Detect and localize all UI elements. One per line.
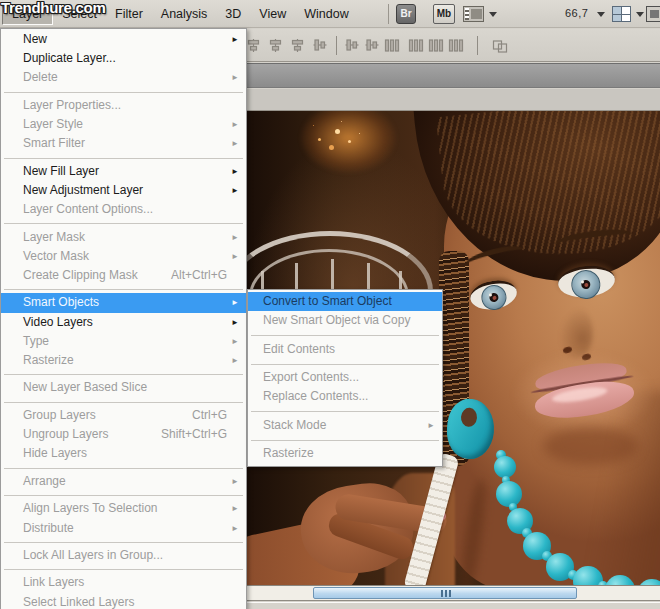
menu-item-convert-to-smart-object[interactable]: Convert to Smart Object [248, 292, 442, 311]
menu-item-group-layers: Group LayersCtrl+G [1, 406, 246, 425]
submenu-arrow-icon: ► [231, 351, 239, 370]
scrollbar-grip-icon [441, 590, 443, 597]
menu-item-type: Type► [1, 332, 246, 351]
menu-item-label: Select Linked Layers [23, 593, 134, 609]
distribute-top-edges-icon [384, 38, 400, 53]
menu-item-video-layers[interactable]: Video Layers► [1, 313, 246, 332]
distribute-vertical-centers-icon [408, 38, 424, 53]
menu-item-new-layer-based-slice: New Layer Based Slice [1, 378, 246, 397]
menu-item-replace-contents: Replace Contents... [248, 387, 442, 406]
bed-frame-bar [331, 259, 334, 291]
options-separator [336, 36, 337, 55]
chin-shadow [543, 427, 638, 465]
menu-item-duplicate-layer[interactable]: Duplicate Layer... [1, 49, 246, 68]
menu-item-label: Arrange [23, 472, 66, 491]
menu-item-label: Rasterize [263, 444, 314, 463]
zoom-dropdown-arrow-icon[interactable] [597, 12, 605, 17]
submenu-arrow-icon: ► [231, 472, 239, 491]
menu-separator [1, 464, 246, 472]
submenu-arrow-icon: ► [231, 162, 239, 181]
align-vertical-centers-icon [344, 38, 360, 53]
align-horizontal-centers-icon [268, 38, 284, 53]
menu-separator [248, 435, 442, 444]
menu-separator [1, 538, 246, 546]
menu-separator [1, 88, 246, 96]
distribute-left-edges-icon [448, 38, 464, 53]
submenu-arrow-icon: ► [231, 313, 239, 332]
menu-item-label: Type [23, 332, 49, 351]
menu-separator [1, 491, 246, 499]
arrange-documents-dropdown-arrow-icon[interactable] [636, 12, 644, 17]
menu-item-smart-objects[interactable]: Smart Objects► [1, 293, 246, 312]
menu-item-layer-content-options: Layer Content Options... [1, 200, 246, 219]
menu-item-vector-mask: Vector Mask► [1, 247, 246, 266]
menu-item-distribute: Distribute► [1, 519, 246, 538]
menu-separator [1, 398, 246, 406]
menu-item-rasterize: Rasterize► [1, 351, 246, 370]
menu-item-label: Convert to Smart Object [263, 292, 392, 311]
menubar-item-3d[interactable]: 3D [216, 4, 250, 25]
menu-item-label: Layer Content Options... [23, 200, 153, 219]
menu-item-smart-filter: Smart Filter► [1, 134, 246, 153]
menu-item-export-contents: Export Contents... [248, 368, 442, 387]
menu-item-layer-properties: Layer Properties... [1, 96, 246, 115]
menu-item-hide-layers: Hide Layers [1, 444, 246, 463]
menu-item-label: Create Clipping Mask [23, 266, 138, 285]
submenu-arrow-icon: ► [231, 519, 239, 538]
menu-item-layer-style: Layer Style► [1, 115, 246, 134]
menu-item-label: Group Layers [23, 406, 96, 425]
menu-item-new-adjustment-layer[interactable]: New Adjustment Layer► [1, 181, 246, 200]
menu-item-delete: Delete► [1, 68, 246, 87]
arrange-documents-icon[interactable] [612, 6, 631, 22]
menu-separator [248, 407, 442, 416]
zoom-level-value[interactable]: 66,7 [565, 7, 588, 19]
menu-item-rasterize: Rasterize [248, 444, 442, 463]
view-extras-icon[interactable] [463, 6, 484, 22]
menu-item-label: Delete [23, 68, 58, 87]
menu-item-label: Lock All Layers in Group... [23, 546, 163, 565]
menu-item-select-linked-layers: Select Linked Layers [1, 593, 246, 609]
menu-item-new[interactable]: New► [1, 30, 246, 49]
submenu-arrow-icon: ► [231, 68, 239, 87]
distribute-bottom-edges-icon [428, 38, 444, 53]
menu-item-label: New Layer Based Slice [23, 378, 147, 397]
menu-item-shortcut: Alt+Ctrl+G [171, 266, 227, 285]
menu-separator [1, 285, 246, 293]
screen-mode-icon[interactable] [646, 6, 660, 22]
menu-item-create-clipping-mask: Create Clipping MaskAlt+Ctrl+G [1, 266, 246, 285]
menubar-item-view[interactable]: View [250, 4, 295, 25]
menu-item-label: Stack Mode [263, 416, 326, 435]
menu-item-label: Distribute [23, 519, 74, 538]
menu-item-label: Duplicate Layer... [23, 49, 116, 68]
menubar-item-analysis[interactable]: Analysis [152, 4, 217, 25]
menubar-item-filter[interactable]: Filter [106, 4, 152, 25]
launch-mini-bridge-button[interactable]: Mb [433, 4, 455, 24]
menubar-item-window[interactable]: Window [295, 4, 357, 25]
menu-item-label: Edit Contents [263, 340, 335, 359]
menu-separator [248, 359, 442, 368]
menu-item-label: Ungroup Layers [23, 425, 108, 444]
menu-item-label: Layer Mask [23, 228, 85, 247]
submenu-arrow-icon: ► [231, 30, 239, 49]
necklace-bead [494, 456, 516, 478]
submenu-arrow-icon: ► [231, 499, 239, 518]
menu-item-stack-mode: Stack Mode► [248, 416, 442, 435]
menu-item-label: New Fill Layer [23, 162, 99, 181]
menu-item-label: Export Contents... [263, 368, 359, 387]
menu-item-layer-mask: Layer Mask► [1, 228, 246, 247]
submenu-arrow-icon: ► [231, 332, 239, 351]
view-extras-dropdown-arrow-icon[interactable] [489, 12, 497, 17]
menu-item-label: Smart Filter [23, 134, 85, 153]
menu-item-new-fill-layer[interactable]: New Fill Layer► [1, 162, 246, 181]
menu-item-label: Smart Objects [23, 293, 99, 312]
necklace-bead [496, 481, 522, 507]
submenu-arrow-icon: ► [231, 115, 239, 134]
submenu-arrow-icon: ► [231, 228, 239, 247]
menu-item-align-layers-to-selection: Align Layers To Selection► [1, 499, 246, 518]
menu-item-new-smart-object-via-copy: New Smart Object via Copy [248, 311, 442, 330]
align-right-edges-icon [290, 38, 306, 53]
launch-bridge-button[interactable]: Br [396, 4, 416, 24]
menu-item-label: Link Layers [23, 573, 84, 592]
menu-separator [248, 330, 442, 339]
menu-item-ungroup-layers: Ungroup LayersShift+Ctrl+G [1, 425, 246, 444]
